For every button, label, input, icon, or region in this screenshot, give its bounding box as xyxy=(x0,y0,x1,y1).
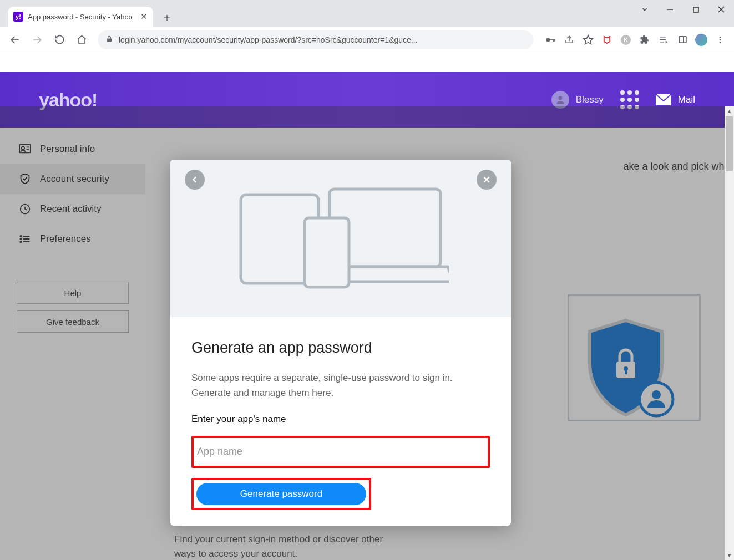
svg-point-23 xyxy=(558,96,562,100)
svg-rect-8 xyxy=(550,39,554,40)
browser-tab[interactable]: y! App password - Security - Yahoo ✕ xyxy=(8,7,153,27)
apps-grid-icon[interactable] xyxy=(620,90,639,109)
back-button[interactable] xyxy=(6,30,24,49)
svg-point-21 xyxy=(720,39,721,40)
profile-avatar[interactable] xyxy=(693,32,710,48)
url-text: login.yahoo.com/myaccount/security/app-p… xyxy=(119,35,418,44)
modal-description: Some apps require a separate, single-use… xyxy=(191,371,480,400)
media-control-icon[interactable] xyxy=(655,32,672,48)
generate-password-button[interactable]: Generate password xyxy=(196,483,366,505)
side-panel-icon[interactable] xyxy=(674,32,691,48)
avatar-icon xyxy=(551,91,569,109)
svg-rect-6 xyxy=(107,38,112,42)
svg-marker-17 xyxy=(666,40,668,43)
chrome-menu-icon[interactable] xyxy=(712,32,728,48)
sidebar-item-label: Personal info xyxy=(40,144,95,155)
modal-back-button[interactable] xyxy=(185,170,205,190)
site-header: yahoo! Blessy Mail xyxy=(0,72,734,128)
mail-label: Mail xyxy=(678,94,695,105)
svg-point-22 xyxy=(720,42,721,43)
svg-rect-46 xyxy=(305,218,349,287)
svg-rect-15 xyxy=(660,39,666,40)
address-bar[interactable]: login.yahoo.com/myaccount/security/app-p… xyxy=(98,30,533,49)
svg-rect-1 xyxy=(693,7,698,12)
svg-point-26 xyxy=(22,147,24,150)
shield-lock-icon xyxy=(584,316,679,424)
home-button[interactable] xyxy=(72,30,91,49)
section-description: Find your current sign-in method or disc… xyxy=(174,532,385,560)
scroll-down-arrow-icon[interactable]: ▼ xyxy=(725,551,734,560)
generate-button-highlight: Generate password xyxy=(191,478,371,510)
app-name-input[interactable] xyxy=(197,441,484,462)
app-name-label: Enter your app's name xyxy=(191,414,490,425)
window-close-button[interactable] xyxy=(708,0,734,19)
id-card-icon xyxy=(19,143,31,155)
sidebar-item-label: Account security xyxy=(40,174,109,185)
list-icon xyxy=(19,233,31,245)
svg-marker-11 xyxy=(584,35,593,44)
modal-close-button[interactable] xyxy=(477,170,497,190)
password-key-icon[interactable] xyxy=(542,32,559,48)
browser-toolbar: login.yahoo.com/myaccount/security/app-p… xyxy=(0,27,734,53)
tab-search-button[interactable] xyxy=(632,0,657,19)
scroll-up-arrow-icon[interactable]: ▲ xyxy=(725,106,734,116)
svg-rect-9 xyxy=(553,39,554,42)
vertical-scrollbar[interactable]: ▲ ▼ xyxy=(725,106,734,560)
sidebar-item-recent-activity[interactable]: Recent activity xyxy=(0,194,145,224)
bookmark-star-icon[interactable] xyxy=(580,32,596,48)
help-button[interactable]: Help xyxy=(17,282,129,304)
share-icon[interactable] xyxy=(561,32,578,48)
window-controls xyxy=(632,0,734,19)
tab-title: App password - Security - Yahoo xyxy=(28,13,136,21)
svg-rect-38 xyxy=(625,369,627,374)
sidebar: Personal info Account security Recent ac… xyxy=(0,128,145,560)
background-text: ake a look and pick what's xyxy=(623,161,734,172)
new-tab-button[interactable]: ＋ xyxy=(159,9,175,26)
sidebar-item-personal-info[interactable]: Personal info xyxy=(0,134,145,164)
page-viewport: yahoo! Blessy Mail Personal info xyxy=(0,53,734,560)
svg-point-7 xyxy=(546,38,550,42)
svg-rect-16 xyxy=(660,42,664,43)
window-titlebar: y! App password - Security - Yahoo ✕ ＋ xyxy=(0,0,734,27)
user-name: Blessy xyxy=(576,94,604,105)
svg-point-40 xyxy=(652,390,661,399)
feedback-button[interactable]: Give feedback xyxy=(17,310,129,333)
extensions-puzzle-icon[interactable] xyxy=(636,32,653,48)
shield-check-icon xyxy=(19,173,31,185)
devices-illustration-icon xyxy=(232,185,449,292)
sidebar-item-preferences[interactable]: Preferences xyxy=(0,224,145,254)
close-tab-icon[interactable]: ✕ xyxy=(140,12,148,22)
sidebar-item-label: Recent activity xyxy=(40,203,102,215)
svg-rect-18 xyxy=(679,37,686,43)
clock-icon xyxy=(19,203,31,215)
profile-menu[interactable]: Blessy xyxy=(551,91,604,109)
svg-text:K: K xyxy=(624,37,628,43)
modal-title: Generate an app password xyxy=(191,339,490,357)
app-name-input-highlight xyxy=(191,436,490,468)
svg-rect-10 xyxy=(554,39,555,41)
minimize-button[interactable] xyxy=(657,0,683,19)
svg-point-34 xyxy=(20,241,21,242)
sidebar-item-account-security[interactable]: Account security xyxy=(0,164,145,194)
svg-point-32 xyxy=(20,238,21,240)
svg-point-20 xyxy=(720,37,721,38)
sidebar-item-label: Preferences xyxy=(40,233,91,245)
yahoo-logo[interactable]: yahoo! xyxy=(39,89,97,111)
svg-point-30 xyxy=(20,236,21,237)
reload-button[interactable] xyxy=(50,30,69,49)
mail-icon xyxy=(656,94,671,105)
mail-link[interactable]: Mail xyxy=(656,94,695,105)
forward-button[interactable] xyxy=(28,30,47,49)
scrollbar-thumb[interactable] xyxy=(726,116,733,171)
extension-k-icon[interactable]: K xyxy=(617,32,634,48)
modal-header xyxy=(170,160,511,317)
mcafee-extension-icon[interactable] xyxy=(599,32,615,48)
yahoo-favicon-icon: y! xyxy=(13,12,23,22)
maximize-button[interactable] xyxy=(683,0,708,19)
svg-rect-14 xyxy=(660,37,666,38)
app-password-modal: Generate an app password Some apps requi… xyxy=(170,160,511,526)
lock-icon xyxy=(105,35,113,44)
